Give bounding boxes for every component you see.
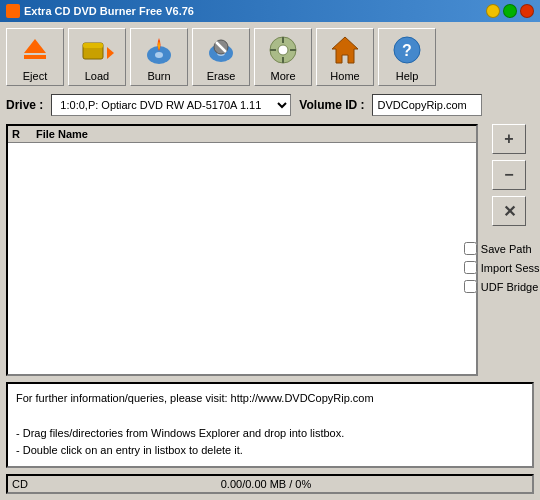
udf-bridge-row: UDF Bridge <box>464 280 540 293</box>
more-label: More <box>270 70 295 82</box>
app-icon <box>6 4 20 18</box>
load-icon <box>79 32 115 68</box>
file-area: R File Name + − ✕ Save Path Import Sessi… <box>6 124 534 376</box>
load-button[interactable]: Load <box>68 28 126 86</box>
col-filename-header: File Name <box>36 128 472 140</box>
info-box: For further information/queries, please … <box>6 382 534 468</box>
import-session-label: Import Session <box>481 262 540 274</box>
help-button[interactable]: ? Help <box>378 28 436 86</box>
svg-marker-0 <box>24 39 46 53</box>
svg-marker-17 <box>332 37 358 63</box>
maximize-button[interactable] <box>503 4 517 18</box>
svg-point-6 <box>155 52 163 58</box>
remove-button[interactable]: − <box>492 160 526 190</box>
progress-bar-container: CD 0.00/0.00 MB / 0% <box>6 474 534 494</box>
info-line-3: - Double click on an entry in listbox to… <box>16 442 524 460</box>
title-bar-left: Extra CD DVD Burner Free V6.76 <box>6 4 194 18</box>
eject-button[interactable]: Eject <box>6 28 64 86</box>
burn-icon <box>141 32 177 68</box>
progress-label-right: 0.00/0.00 MB / 0% <box>6 478 528 490</box>
eject-label: Eject <box>23 70 47 82</box>
file-list-header: R File Name <box>8 126 476 143</box>
title-bar: Extra CD DVD Burner Free V6.76 <box>0 0 540 22</box>
side-buttons: + − ✕ Save Path Import Session UDF Bridg… <box>484 124 534 376</box>
home-button[interactable]: Home <box>316 28 374 86</box>
clear-button[interactable]: ✕ <box>492 196 526 226</box>
file-list-body[interactable] <box>8 143 476 369</box>
erase-icon <box>203 32 239 68</box>
app-title: Extra CD DVD Burner Free V6.76 <box>24 5 194 17</box>
import-session-row: Import Session <box>464 261 540 274</box>
help-icon: ? <box>389 32 425 68</box>
window-controls <box>486 4 534 18</box>
save-path-row: Save Path <box>464 242 540 255</box>
main-container: Eject Load Burn <box>0 22 540 500</box>
save-path-label: Save Path <box>481 243 532 255</box>
svg-text:?: ? <box>402 42 412 59</box>
toolbar: Eject Load Burn <box>6 28 534 86</box>
minimize-button[interactable] <box>486 4 500 18</box>
svg-marker-4 <box>107 47 114 59</box>
add-button[interactable]: + <box>492 124 526 154</box>
side-checkboxes: Save Path Import Session UDF Bridge <box>464 242 540 293</box>
home-label: Home <box>330 70 359 82</box>
svg-rect-1 <box>24 55 46 59</box>
udf-bridge-checkbox[interactable] <box>464 280 477 293</box>
info-line-2: - Drag files/directories from Windows Ex… <box>16 425 524 443</box>
more-button[interactable]: More <box>254 28 312 86</box>
erase-button[interactable]: Erase <box>192 28 250 86</box>
udf-bridge-label: UDF Bridge <box>481 281 538 293</box>
home-icon <box>327 32 363 68</box>
load-label: Load <box>85 70 109 82</box>
burn-label: Burn <box>147 70 170 82</box>
file-list-container: R File Name <box>6 124 478 376</box>
drive-label: Drive : <box>6 98 43 112</box>
drive-select[interactable]: 1:0:0,P: Optiarc DVD RW AD-5170A 1.11 <box>51 94 291 116</box>
erase-label: Erase <box>207 70 236 82</box>
svg-point-12 <box>278 45 288 55</box>
drive-row: Drive : 1:0:0,P: Optiarc DVD RW AD-5170A… <box>6 92 534 118</box>
more-icon <box>265 32 301 68</box>
svg-rect-3 <box>83 43 103 48</box>
eject-icon <box>17 32 53 68</box>
volume-id-label: Volume ID : <box>299 98 364 112</box>
volume-id-input[interactable] <box>372 94 482 116</box>
close-button[interactable] <box>520 4 534 18</box>
col-r-header: R <box>12 128 36 140</box>
burn-button[interactable]: Burn <box>130 28 188 86</box>
info-line-1: For further information/queries, please … <box>16 390 524 408</box>
help-label: Help <box>396 70 419 82</box>
import-session-checkbox[interactable] <box>464 261 477 274</box>
save-path-checkbox[interactable] <box>464 242 477 255</box>
